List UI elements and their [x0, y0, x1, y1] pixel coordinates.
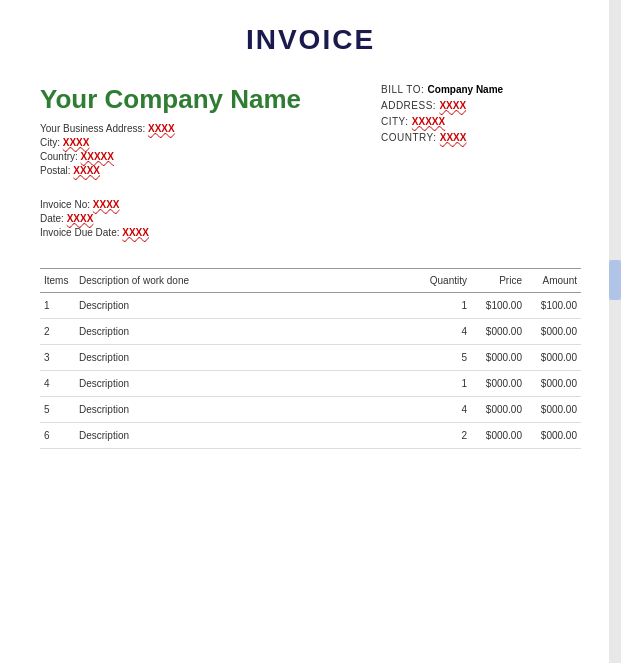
company-left: Your Company Name Your Business Address:…	[40, 84, 301, 179]
cell-desc: Description	[75, 319, 416, 345]
table-row: 3 Description 5 $000.00 $000.00	[40, 345, 581, 371]
cell-amount: $000.00	[526, 397, 581, 423]
country-value: XXXXX	[81, 151, 114, 162]
bill-to-header: BILL TO: Company Name	[381, 84, 581, 95]
cell-num: 2	[40, 319, 75, 345]
cell-num: 5	[40, 397, 75, 423]
bill-address-value: XXXX	[439, 100, 466, 111]
bill-city-label: CITY:	[381, 116, 412, 127]
table-row: 2 Description 4 $000.00 $000.00	[40, 319, 581, 345]
cell-num: 3	[40, 345, 75, 371]
scrollbar-track	[609, 0, 621, 663]
cell-desc: Description	[75, 423, 416, 449]
col-header-desc: Description of work done	[75, 269, 416, 293]
bill-country-line: COUNTRY: XXXX	[381, 132, 581, 143]
postal-label: Postal:	[40, 165, 71, 176]
cell-qty: 2	[416, 423, 471, 449]
cell-price: $000.00	[471, 319, 526, 345]
cell-amount: $000.00	[526, 319, 581, 345]
country-line: Country: XXXXX	[40, 151, 301, 162]
cell-amount: $100.00	[526, 293, 581, 319]
invoice-meta: Invoice No: XXXX Date: XXXX Invoice Due …	[40, 199, 581, 238]
due-date-value: XXXX	[122, 227, 149, 238]
cell-amount: $000.00	[526, 345, 581, 371]
postal-value: XXXX	[73, 165, 100, 176]
invoice-no-value: XXXX	[93, 199, 120, 210]
address-label: Your Business Address:	[40, 123, 145, 134]
cell-price: $000.00	[471, 397, 526, 423]
cell-price: $000.00	[471, 371, 526, 397]
bill-city-value: XXXXX	[412, 116, 445, 127]
col-header-amount: Amount	[526, 269, 581, 293]
cell-qty: 4	[416, 397, 471, 423]
col-header-price: Price	[471, 269, 526, 293]
bill-address-label: ADDRESS:	[381, 100, 439, 111]
bill-country-label: COUNTRY:	[381, 132, 440, 143]
col-header-items: Items	[40, 269, 75, 293]
address-value: XXXX	[148, 123, 175, 134]
cell-amount: $000.00	[526, 423, 581, 449]
cell-qty: 5	[416, 345, 471, 371]
table-header: Items Description of work done Quantity …	[40, 269, 581, 293]
cell-desc: Description	[75, 293, 416, 319]
city-line: City: XXXX	[40, 137, 301, 148]
due-date-label: Invoice Due Date:	[40, 227, 120, 238]
cell-qty: 1	[416, 293, 471, 319]
bill-to-section: BILL TO: Company Name ADDRESS: XXXX CITY…	[381, 84, 581, 148]
date-label: Date:	[40, 213, 64, 224]
address-line: Your Business Address: XXXX	[40, 123, 301, 134]
col-header-qty: Quantity	[416, 269, 471, 293]
date-value: XXXX	[67, 213, 94, 224]
table-row: 1 Description 1 $100.00 $100.00	[40, 293, 581, 319]
bill-city-line: CITY: XXXXX	[381, 116, 581, 127]
company-name: Your Company Name	[40, 84, 301, 115]
bill-to-label: BILL TO:	[381, 84, 428, 95]
table-row: 6 Description 2 $000.00 $000.00	[40, 423, 581, 449]
date-line: Date: XXXX	[40, 213, 581, 224]
items-table: Items Description of work done Quantity …	[40, 268, 581, 449]
cell-desc: Description	[75, 397, 416, 423]
city-label: City:	[40, 137, 60, 148]
invoice-title: INVOICE	[40, 24, 581, 56]
cell-price: $000.00	[471, 345, 526, 371]
top-section: Your Company Name Your Business Address:…	[40, 84, 581, 179]
due-date-line: Invoice Due Date: XXXX	[40, 227, 581, 238]
invoice-no-label: Invoice No:	[40, 199, 90, 210]
city-value: XXXX	[63, 137, 90, 148]
cell-desc: Description	[75, 371, 416, 397]
cell-desc: Description	[75, 345, 416, 371]
table-header-row: Items Description of work done Quantity …	[40, 269, 581, 293]
table-body: 1 Description 1 $100.00 $100.00 2 Descri…	[40, 293, 581, 449]
bill-country-value: XXXX	[440, 132, 467, 143]
cell-num: 4	[40, 371, 75, 397]
postal-line: Postal: XXXX	[40, 165, 301, 176]
bill-to-company: Company Name	[428, 84, 504, 95]
table-row: 4 Description 1 $000.00 $000.00	[40, 371, 581, 397]
cell-num: 1	[40, 293, 75, 319]
cell-qty: 1	[416, 371, 471, 397]
bill-address-line: ADDRESS: XXXX	[381, 100, 581, 111]
cell-amount: $000.00	[526, 371, 581, 397]
cell-price: $000.00	[471, 423, 526, 449]
cell-price: $100.00	[471, 293, 526, 319]
invoice-no-line: Invoice No: XXXX	[40, 199, 581, 210]
scrollbar-thumb[interactable]	[609, 260, 621, 300]
invoice-page: INVOICE Your Company Name Your Business …	[0, 0, 621, 663]
cell-qty: 4	[416, 319, 471, 345]
cell-num: 6	[40, 423, 75, 449]
table-row: 5 Description 4 $000.00 $000.00	[40, 397, 581, 423]
country-label: Country:	[40, 151, 78, 162]
